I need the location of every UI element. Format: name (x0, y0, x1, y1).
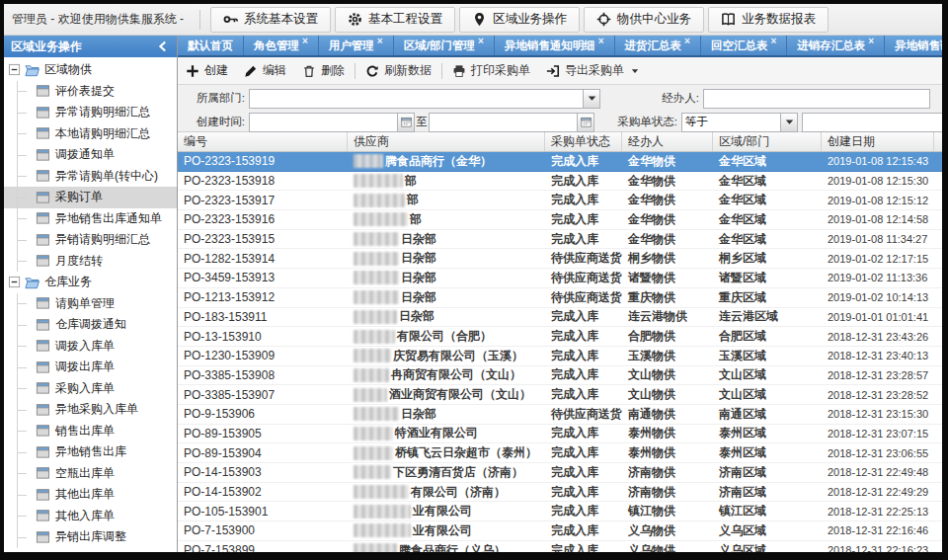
table-row[interactable]: PO-89-153904 桥镇飞云日杂超市（泰州） 完成入库 泰州物供 泰州区域… (178, 443, 942, 463)
column-header-number[interactable]: 编号 (178, 132, 348, 151)
table-row[interactable]: PO-89-153905 特酒业有限公司 完成入库 泰州物供 泰州区域 2018… (178, 425, 942, 444)
table-row[interactable]: PO-2323-153917 部 完成入库 金华物供 金华区域 2019-01-… (178, 191, 942, 210)
dept-combo-input[interactable] (250, 90, 583, 108)
tree-node[interactable]: 本地请购明细汇总 (4, 123, 177, 145)
tab[interactable]: 异地销售通知明细 × (495, 36, 615, 55)
tree-node[interactable]: 区域物供 (4, 59, 177, 81)
tree-node[interactable]: 请购单管理 (4, 293, 177, 315)
tab[interactable]: 进货汇总表 × (615, 36, 701, 55)
tree-node[interactable]: 仓库调拨通知 (4, 314, 177, 336)
agent-field[interactable] (703, 89, 930, 109)
table-row[interactable]: PO-183-153911 日杂部 完成入库 连云港物供 连云港区域 2019-… (178, 308, 942, 328)
tab[interactable]: 默认首页 (178, 36, 244, 55)
tree-node[interactable]: 其他入库单 (4, 506, 177, 527)
tab-close-icon[interactable]: × (377, 38, 383, 45)
toolbar-button[interactable] (441, 63, 442, 79)
table-row[interactable]: PO-1230-153909 庆贸易有限公司（玉溪） 完成入库 玉溪物供 玉溪区… (178, 347, 942, 366)
table-row[interactable]: PO-1282-153914 日杂部 待供应商送货 桐乡物供 桐乡区域 2019… (178, 249, 942, 269)
tree-node[interactable]: 调拨出库单 (4, 357, 177, 378)
table-row[interactable]: PO-1213-153912 日杂部 待供应商送货 重庆物供 重庆区域 2019… (178, 288, 942, 308)
tree-node[interactable]: 异常请购单(转中心) (4, 166, 177, 188)
tab[interactable]: 异地销售调整明细 × (885, 36, 942, 55)
tab[interactable]: 回空汇总表 × (701, 36, 787, 55)
tree-node[interactable]: 异地销售出库通知单 (4, 208, 177, 230)
tab[interactable]: 区域/部门管理 × (394, 36, 495, 55)
tree-node[interactable]: 异销出库调整 (4, 526, 177, 548)
tab-close-icon[interactable]: × (770, 38, 776, 45)
tab[interactable]: 用户管理 × (319, 36, 394, 55)
column-header-created[interactable]: 创建日期 (822, 132, 934, 151)
tree-node[interactable]: 异地销售出库 (4, 441, 177, 463)
tree-node[interactable]: 采购入库单 (4, 378, 177, 400)
column-header-handler[interactable]: 经办人 (622, 132, 713, 151)
tab-close-icon[interactable]: × (684, 38, 690, 45)
tree-node[interactable]: 异销请购明细汇总 (4, 229, 177, 251)
status-operator-combo[interactable] (681, 113, 798, 132)
calendar-icon[interactable] (397, 114, 414, 131)
tab[interactable]: 进销存汇总表 × (787, 36, 885, 55)
table-row[interactable]: PO-2323-153915 日杂部 完成入库 金华物供 金华区域 2019-0… (178, 230, 942, 250)
toolbar-button[interactable]: 导出采购单 (546, 62, 639, 79)
toolbar-button[interactable] (355, 63, 356, 79)
status-value-input[interactable] (803, 114, 942, 131)
tree-node[interactable]: 调拨通知单 (4, 144, 177, 166)
table-row[interactable]: PO-2323-153918 部 完成入库 金华物供 金华区域 2019-01-… (178, 172, 942, 192)
tab-close-icon[interactable]: × (302, 38, 308, 45)
table-row[interactable]: PO-14-153902 有限公司（济南） 完成入库 济南物供 济南区域 201… (178, 483, 942, 503)
combo-arrow-icon[interactable] (583, 90, 599, 108)
table-row[interactable]: PO-3385-153908 冉商贸有限公司（文山） 完成入库 文山物供 文山区… (178, 366, 942, 386)
tree-node[interactable]: 调拨入库单 (4, 336, 177, 358)
column-header-status[interactable]: 采购单状态 (545, 132, 622, 151)
table-row[interactable]: PO-2323-153919 腾食品商行（金华） 完成入库 金华物供 金华区域 … (178, 152, 942, 172)
tab-close-icon[interactable]: × (868, 38, 874, 45)
table-row[interactable]: PO-105-153901 业有限公司 完成入库 镇江物供 镇江区域 2018-… (178, 502, 942, 521)
table-row[interactable]: PO-2323-153916 部 完成入库 金华物供 金华区域 2019-01-… (178, 210, 942, 230)
menu-button[interactable]: 业务数据报表 (708, 7, 829, 33)
status-value-field[interactable] (802, 113, 942, 132)
table-row[interactable]: PO-7-153899 腾食品商行（义乌） 完成入库 义乌物供 义乌区域 201… (178, 541, 942, 552)
table-row[interactable]: PO-3385-153907 酒业商贸有限公司（文山） 完成入库 文山物供 文山… (178, 385, 942, 405)
table-row[interactable]: PO-9-153906 日杂部 待供应商送货 南通物供 南通区域 2018-12… (178, 405, 942, 425)
menu-button[interactable]: 系统基本设置 (210, 7, 331, 33)
tab-label: 默认首页 (188, 39, 233, 53)
date-from-field[interactable] (249, 113, 415, 132)
menu-button[interactable]: 物供中心业务 (584, 7, 704, 33)
tab[interactable]: 角色管理 × (244, 36, 319, 55)
dept-combo[interactable] (249, 89, 600, 109)
toolbar-button[interactable]: 创建 (186, 62, 228, 79)
combo-arrow-icon[interactable] (780, 114, 797, 131)
date-from-input[interactable] (250, 114, 397, 131)
menu-button[interactable]: 基本工程设置 (335, 7, 455, 33)
chevron-left-icon[interactable] (156, 40, 170, 53)
leaf-icon (36, 254, 50, 268)
toolbar-button[interactable]: 打印采购单 (452, 62, 530, 79)
table-row[interactable]: PO-14-153903 下区勇清百货店（济南） 完成入库 济南物供 济南区域 … (178, 463, 942, 483)
toolbar-button[interactable]: 编辑 (244, 62, 286, 79)
date-to-field[interactable] (429, 113, 594, 132)
toggle-minus-icon[interactable] (8, 63, 21, 76)
tree-node[interactable]: 其他出库单 (4, 484, 177, 506)
tree-node[interactable]: 异地采购入库单 (4, 399, 177, 421)
toolbar-button[interactable]: 删除 (302, 62, 345, 79)
tree-node[interactable]: 评价表提交 (4, 81, 177, 103)
agent-input[interactable] (704, 90, 929, 108)
menu-button[interactable]: 区域业务操作 (459, 7, 580, 33)
tree-node[interactable]: 仓库业务 (4, 272, 177, 293)
tab-close-icon[interactable]: × (598, 38, 604, 45)
tree-node[interactable]: 采购订单 (4, 187, 177, 208)
date-to-input[interactable] (430, 114, 577, 131)
tab-close-icon[interactable]: × (478, 38, 484, 45)
tree-node[interactable]: 异常请购明细汇总 (4, 102, 177, 123)
column-header-supplier[interactable]: 供应商 (348, 132, 545, 151)
tree-node[interactable]: 空瓶出库单 (4, 463, 177, 485)
table-row[interactable]: PO-3459-153913 日杂部 待供应商送货 诸暨物供 诸暨区域 2019… (178, 269, 942, 288)
table-row[interactable]: PO-7-153900 业有限公司 完成入库 义乌物供 义乌区域 2018-12… (178, 521, 942, 541)
calendar-icon[interactable] (577, 114, 593, 131)
status-operator-input[interactable] (682, 114, 780, 131)
tree-node[interactable]: 月度结转 (4, 251, 177, 273)
tree-node[interactable]: 销售出库单 (4, 421, 177, 442)
table-row[interactable]: PO-13-153910 有限公司（合肥） 完成入库 合肥物供 合肥区域 201… (178, 327, 942, 347)
toolbar-button[interactable]: 刷新数据 (365, 62, 432, 79)
column-header-region[interactable]: 区域/部门 (713, 132, 822, 151)
toggle-minus-icon[interactable] (8, 276, 21, 288)
